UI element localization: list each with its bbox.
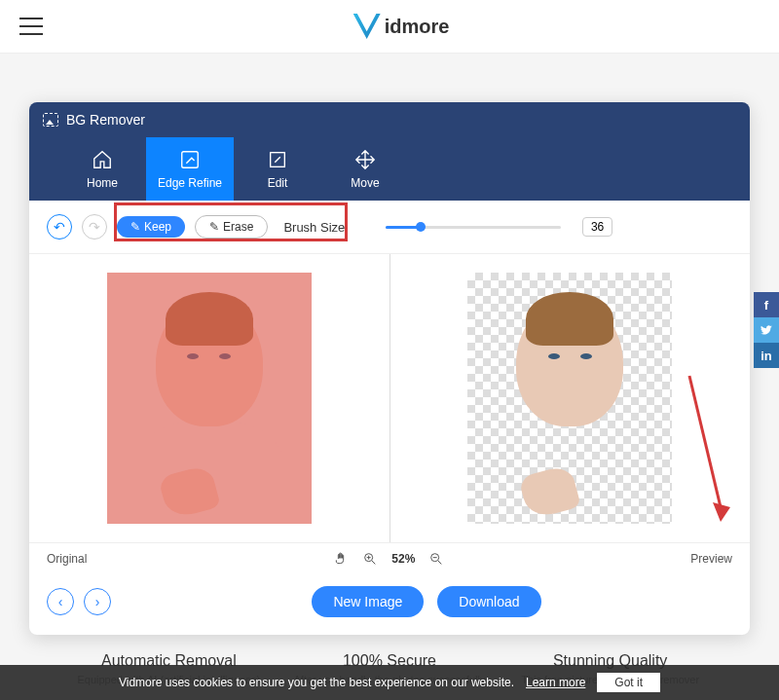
- edit-icon: [267, 149, 288, 170]
- brush-size-label: Brush Size:: [283, 220, 348, 235]
- twitter-share-button[interactable]: [754, 317, 779, 343]
- original-panel[interactable]: [29, 254, 390, 542]
- brand-name: idmore: [385, 16, 450, 38]
- main-area: BG Remover Home Edge Refine Edit Move ↶ …: [0, 54, 779, 685]
- next-button[interactable]: ›: [84, 588, 111, 615]
- brand-logo[interactable]: idmore: [353, 14, 450, 39]
- svg-line-9: [438, 561, 441, 564]
- app-titlebar: BG Remover: [29, 102, 750, 137]
- linkedin-share-button[interactable]: in: [754, 343, 779, 368]
- zoom-in-icon[interactable]: [362, 551, 378, 567]
- prev-button[interactable]: ‹: [47, 588, 74, 615]
- cookie-text: Vidmore uses cookies to ensure you get t…: [119, 676, 514, 689]
- app-title: BG Remover: [66, 112, 145, 128]
- status-bar: Original 52% Preview: [29, 543, 750, 574]
- svg-line-5: [372, 561, 375, 564]
- top-header: idmore: [0, 0, 779, 54]
- preview-label: Preview: [690, 552, 732, 566]
- slider-thumb[interactable]: [416, 222, 426, 232]
- canvas-area: [29, 253, 750, 543]
- download-button[interactable]: Download: [437, 586, 540, 617]
- zoom-value: 52%: [391, 552, 415, 566]
- cookie-accept-button[interactable]: Got it: [597, 673, 660, 692]
- preview-image: [467, 273, 672, 524]
- app-tabs: Home Edge Refine Edit Move: [29, 137, 750, 201]
- edge-refine-toolbar: ↶ ↷ ✎ Keep ✎ Erase Brush Size: 36: [29, 201, 750, 253]
- facebook-share-button[interactable]: f: [754, 292, 779, 317]
- home-icon: [92, 149, 113, 170]
- tab-edit[interactable]: Edit: [234, 137, 321, 201]
- svg-marker-3: [713, 502, 730, 522]
- tab-label: Home: [87, 176, 118, 190]
- brush-size-slider[interactable]: [386, 226, 561, 229]
- keep-button[interactable]: ✎ Keep: [117, 216, 185, 238]
- redo-button[interactable]: ↷: [82, 214, 107, 239]
- undo-button[interactable]: ↶: [47, 214, 72, 239]
- social-rail: f in: [754, 292, 779, 368]
- tab-label: Edit: [268, 176, 288, 190]
- bg-remover-icon: [43, 113, 58, 127]
- zoom-controls: 52%: [333, 551, 444, 567]
- svg-line-2: [689, 376, 721, 507]
- cookie-banner: Vidmore uses cookies to ensure you get t…: [0, 665, 779, 700]
- brush-size-value: 36: [582, 217, 612, 237]
- erase-button[interactable]: ✎ Erase: [195, 215, 268, 239]
- tab-label: Edge Refine: [158, 176, 222, 190]
- hand-tool-icon[interactable]: [333, 551, 349, 567]
- logo-mark-icon: [353, 14, 381, 39]
- tab-label: Move: [351, 176, 379, 190]
- edge-refine-icon: [179, 149, 201, 170]
- tab-move[interactable]: Move: [321, 137, 409, 201]
- bottom-actions: ‹ › New Image Download: [29, 574, 750, 635]
- hamburger-menu-icon[interactable]: [19, 18, 43, 35]
- move-icon: [354, 149, 376, 170]
- tab-edge-refine[interactable]: Edge Refine: [146, 137, 234, 201]
- preview-panel[interactable]: [390, 254, 751, 542]
- original-image: [107, 273, 312, 524]
- tab-home[interactable]: Home: [58, 137, 146, 201]
- annotation-arrow: [682, 371, 730, 527]
- cookie-learn-more-link[interactable]: Learn more: [526, 676, 585, 689]
- new-image-button[interactable]: New Image: [312, 586, 424, 617]
- app-window: BG Remover Home Edge Refine Edit Move ↶ …: [29, 102, 750, 635]
- mask-overlay: [107, 273, 312, 524]
- original-label: Original: [47, 552, 87, 566]
- zoom-out-icon[interactable]: [428, 551, 444, 567]
